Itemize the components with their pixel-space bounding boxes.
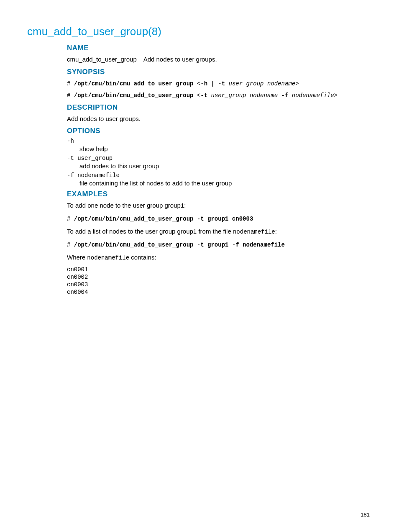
example-intro-2a: To add a list of nodes to the user group… xyxy=(67,228,233,235)
synopsis-bracket: > xyxy=(295,80,299,87)
example-intro-1: To add one node to the user group group1… xyxy=(67,201,370,211)
synopsis-bracket: > xyxy=(334,92,338,99)
synopsis-hash: # xyxy=(67,92,74,99)
page-number: 181 xyxy=(361,511,370,518)
synopsis-args: user_group nodename xyxy=(207,92,278,99)
synopsis-line-1: # /opt/cmu/bin/cmu_add_to_user_group <-h… xyxy=(67,79,370,88)
example-command-2: # /opt/cmu/bin/cmu_add_to_user_group -t … xyxy=(67,240,370,249)
example-command-1: # /opt/cmu/bin/cmu_add_to_user_group -t … xyxy=(67,214,370,224)
synopsis-args: user_group nodename xyxy=(225,80,295,87)
example-where-file: nodenamefile xyxy=(87,254,129,261)
option-desc-f: file containing the list of nodes to add… xyxy=(79,180,370,187)
example-where-b: contains: xyxy=(129,254,156,261)
example-cmd-text: /opt/cmu/bin/cmu_add_to_user_group -t gr… xyxy=(74,242,285,248)
name-text: cmu_add_to_user_group – Add nodes to use… xyxy=(67,55,370,64)
example-intro-2: To add a list of nodes to the user group… xyxy=(67,227,370,236)
section-options-heading: OPTIONS xyxy=(67,127,370,135)
option-flag-t: -t user_group xyxy=(67,155,370,162)
example-cmd-text: /opt/cmu/bin/cmu_add_to_user_group -t gr… xyxy=(74,216,253,222)
description-text: Add nodes to user groups. xyxy=(67,114,370,124)
section-name-heading: NAME xyxy=(67,44,370,52)
section-synopsis-heading: SYNOPSIS xyxy=(67,68,370,76)
example-filename: nodenamefile xyxy=(233,229,275,235)
section-examples-heading: EXAMPLES xyxy=(67,190,370,198)
example-file-content: cn0001 cn0002 cn0003 cn0004 xyxy=(67,266,370,296)
synopsis-line-2: # /opt/cmu/bin/cmu_add_to_user_group <-t… xyxy=(67,90,370,100)
synopsis-args2: nodenamefile xyxy=(288,92,334,99)
synopsis-bracket: < xyxy=(193,80,200,87)
option-desc-h: show help xyxy=(79,145,370,152)
example-intro-2b: : xyxy=(275,228,277,235)
synopsis-path: /opt/cmu/bin/cmu_add_to_user_group xyxy=(74,80,194,87)
synopsis-path: /opt/cmu/bin/cmu_add_to_user_group xyxy=(74,92,194,99)
synopsis-flag2: -f xyxy=(278,92,288,99)
synopsis-flags: -t xyxy=(200,92,207,99)
option-flag-h: -h xyxy=(67,138,370,144)
example-hash: # xyxy=(67,242,74,248)
section-description-heading: DESCRIPTION xyxy=(67,103,370,112)
synopsis-flags: -h | -t xyxy=(200,80,225,87)
page-title: cmu_add_to_user_group(8) xyxy=(27,25,370,38)
example-where-a: Where xyxy=(67,254,87,261)
synopsis-bracket: < xyxy=(193,92,200,99)
example-hash: # xyxy=(67,216,74,222)
synopsis-hash: # xyxy=(67,80,74,87)
example-where: Where nodenamefile contains: xyxy=(67,253,370,262)
option-desc-t: add nodes to this user group xyxy=(79,162,370,170)
option-flag-f: -f nodenamefile xyxy=(67,172,370,179)
